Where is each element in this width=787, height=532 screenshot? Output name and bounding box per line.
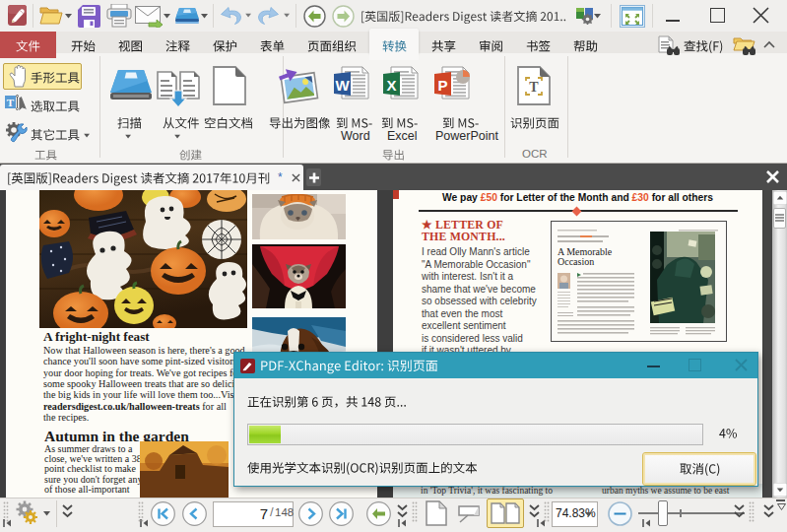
svg-text:P: P — [437, 77, 447, 94]
svg-text:T: T — [529, 80, 539, 95]
svg-text:W: W — [335, 77, 350, 94]
svg-text:X: X — [386, 77, 396, 94]
svg-text:Occasion: Occasion — [557, 256, 594, 267]
svg-text:T: T — [7, 97, 15, 108]
